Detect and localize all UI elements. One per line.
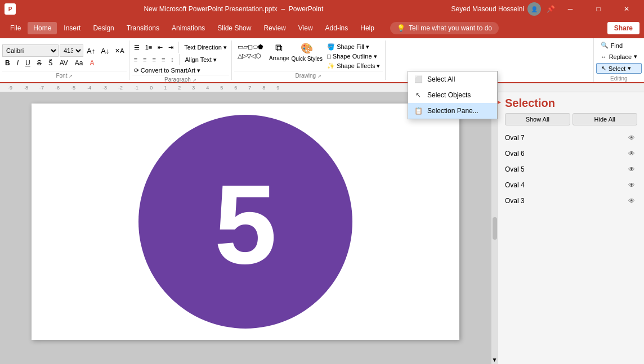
window-controls: ─ □ ✕ [557,0,639,18]
user-area: Seyed Masoud Hosseini 👤 📌 [451,2,557,16]
bold-button[interactable]: B [2,58,13,68]
menu-animations[interactable]: Animations [166,22,211,34]
shadow-btn[interactable]: S̈ [46,58,56,68]
menu-review[interactable]: Review [258,22,291,34]
scroll-down-btn[interactable]: ▼ [492,357,498,363]
list-item[interactable]: Oval 6 👁 [498,146,644,161]
show-all-button[interactable]: Show All [505,113,570,125]
slide-area[interactable]: 5 [0,92,491,364]
strikethrough-button[interactable]: S [34,58,44,68]
hide-all-button[interactable]: Hide All [573,113,638,125]
shape-fill-btn[interactable]: 🪣 Shape Fill ▾ [325,43,382,51]
menu-transitions[interactable]: Transitions [121,22,165,34]
slide-number: 5 [214,168,276,281]
font-decrease-btn[interactable]: A↓ [99,46,111,56]
align-center-btn[interactable]: ≡ [141,56,149,64]
replace-button[interactable]: ↔ Replace ▾ [596,52,642,61]
list-item[interactable]: Oval 5 👁 [498,161,644,177]
quick-styles-btn[interactable]: 🎨 [298,42,315,55]
find-button[interactable]: 🔍 Find [596,41,642,50]
vertical-scrollbar[interactable]: ▲ ▼ [491,92,498,364]
align-left-btn[interactable]: ≡ [132,56,140,64]
font-size-select[interactable]: 413 [60,44,83,57]
visibility-eye-icon[interactable]: 👁 [626,148,637,159]
ribbon-para-top: ☰ 1≡ ⇤ ⇥ Text Direction ▾ ≡ ≡ ≡ ≡ ⫶ [132,42,229,75]
ruler: -9 -8 -7 -6 -5 -4 -3 -2 -1 0 1 2 3 4 5 6… [0,83,644,92]
indent-inc-btn[interactable]: ⇥ [166,43,176,52]
slide-canvas: 5 [32,104,459,340]
shape-effects-btn[interactable]: ✨ Shape Effects ▾ [325,62,382,70]
visibility-eye-icon[interactable]: 👁 [626,195,637,206]
menu-slideshow[interactable]: Slide Show [212,22,257,34]
bullets-btn[interactable]: ☰ [132,43,142,52]
tell-me-input[interactable]: 💡 Tell me what you want to do [390,22,499,34]
selection-header-area: Selection Show All Hide All [498,92,644,128]
selection-pane-icon: 📋 [414,106,423,115]
menu-view[interactable]: View [293,22,319,34]
align-right-btn[interactable]: ≡ [150,56,158,64]
menu-home[interactable]: Home [28,22,57,34]
clear-format-btn[interactable]: ✕A [113,47,126,55]
menu-file[interactable]: File [5,22,26,34]
ribbon-display-btn[interactable]: 📌 [544,5,557,13]
selection-header: Selection Show All Hide All [498,92,644,128]
shape-outline-btn[interactable]: □ Shape Outline ▾ [325,52,382,61]
list-item[interactable]: Oval 7 👁 [498,130,644,146]
visibility-eye-icon[interactable]: 👁 [626,132,637,143]
visibility-eye-icon[interactable]: 👁 [626,164,637,175]
select-objects-menuitem[interactable]: ↖ Select Objects [408,87,497,103]
scroll-thumb[interactable] [493,217,497,240]
cols-btn[interactable]: ⫶ [168,56,176,64]
arrange-label: Arrange [269,55,289,61]
selection-panel: Selection Show All Hide All Oval 7 👁 Ova… [498,92,644,364]
menu-addins[interactable]: Add-ins [320,22,354,34]
maximize-button[interactable]: □ [585,0,611,18]
close-button[interactable]: ✕ [614,0,639,18]
select-all-label: Select All [427,75,455,83]
change-case-btn[interactable]: Aa [72,58,86,68]
shapes-row1[interactable]: ▭▱◻⬭⬟ [235,43,266,51]
align-text-btn[interactable]: Align Text ▾ [182,56,219,64]
visibility-eye-icon[interactable]: 👁 [626,179,637,191]
editing-section-label: Editing [596,75,642,82]
char-spacing-btn[interactable]: AV [57,58,71,68]
minimize-button[interactable]: ─ [557,0,583,18]
replace-icon: ↔ [601,53,607,60]
document-title: New Microsoft PowerPoint Presentation.pp… [16,5,451,13]
filename-label: New Microsoft PowerPoint Presentation.pp… [144,5,277,13]
list-item[interactable]: Oval 3 👁 [498,193,644,209]
drawing-expand-icon[interactable]: ↗ [317,74,321,79]
shapes-row2[interactable]: △▷▽◁⬡ [235,52,263,60]
username-label: Seyed Masoud Hosseini [451,5,524,13]
menu-design[interactable]: Design [87,22,119,34]
justify-btn[interactable]: ≡ [159,56,167,64]
numbering-btn[interactable]: 1≡ [143,43,155,51]
arrange-btn[interactable]: ⧉ [273,42,285,55]
tell-me-label: Tell me what you want to do [409,24,492,32]
convert-smartart-btn[interactable]: ⟳ Convert to SmartArt ▾ [132,66,203,75]
powerpoint-logo: P [5,3,16,15]
selection-pane-label: Selection Pane... [427,107,478,115]
find-label: Find [611,42,623,49]
select-all-icon: ⬜ [414,75,423,84]
font-name-select[interactable]: Calibri [2,44,59,57]
underline-button[interactable]: U [23,58,33,68]
font-expand-icon[interactable]: ↗ [69,74,73,79]
list-item[interactable]: Oval 4 👁 [498,177,644,193]
font-color-btn[interactable]: A [87,58,97,68]
menu-insert[interactable]: Insert [58,22,86,34]
paragraph-expand-icon[interactable]: ↗ [193,78,196,83]
selection-panel-title: Selection [505,97,637,110]
selection-pane-menuitem[interactable]: 📋 Selection Pane... [408,103,497,119]
main-content: 5 ▲ ▼ [0,92,644,364]
indent-dec-btn[interactable]: ⇤ [155,43,165,52]
share-button[interactable]: Share [607,22,639,34]
ribbon-drawing-top: ▭▱◻⬭⬟ △▷▽◁⬡ ⧉ Arrange 🎨 Quick St [234,42,383,71]
italic-button[interactable]: I [14,58,21,68]
select-all-menuitem[interactable]: ⬜ Select All [408,71,497,87]
menu-help[interactable]: Help [355,22,380,34]
text-direction-btn[interactable]: Text Direction ▾ [182,43,229,52]
select-button[interactable]: ↖ Select ▾ [596,63,642,74]
font-increase-btn[interactable]: A↑ [84,46,97,56]
select-dropdown-arrow[interactable]: ▾ [628,65,631,72]
